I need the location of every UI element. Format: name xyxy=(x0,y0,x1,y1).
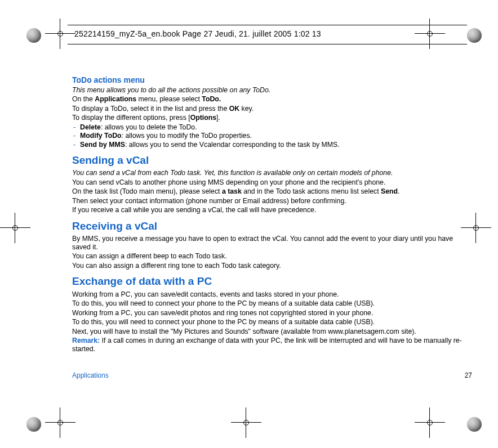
text: menu, please select xyxy=(136,95,202,103)
bullet-dash: - xyxy=(72,141,80,149)
body-text: You can assign a different beep to each … xyxy=(72,252,472,261)
divider xyxy=(68,25,467,25)
remark-text: Remark: If a call comes in during an exc… xyxy=(72,337,472,353)
body-text: You can send vCals to another phone usin… xyxy=(72,178,472,187)
heading-receiving-vcal: Receiving a vCal xyxy=(72,220,472,232)
remark-label: Remark: xyxy=(72,337,100,344)
body-text: Then select your contact information (ph… xyxy=(72,197,472,205)
text: On the task list (Todo main menu), pleas… xyxy=(72,187,222,195)
reg-mark-br xyxy=(463,413,486,436)
text: If a call comes in during an exchange of… xyxy=(72,337,462,353)
crop-mark-icon xyxy=(415,407,445,438)
text: and in the Todo task actions menu list s… xyxy=(242,187,381,195)
bullet-dash: - xyxy=(72,132,80,140)
bold-term: Options xyxy=(190,114,216,122)
body-text: Next, you will have to install the "My P… xyxy=(72,328,472,336)
footer-page-number: 27 xyxy=(465,371,472,379)
crop-mark-icon xyxy=(231,407,261,438)
list-item-text: Delete: allows you to delete the ToDo. xyxy=(80,123,472,132)
body-text: By MMS, you receive a message you have t… xyxy=(72,235,472,251)
list-item: - Modify ToDo: allows you to modify the … xyxy=(72,132,472,140)
body-text: You can also assign a different ring ton… xyxy=(72,262,472,270)
divider xyxy=(68,44,467,44)
text: : allows you to send the Vcalendar corre… xyxy=(125,141,340,149)
reg-mark-tr xyxy=(463,24,486,47)
footer-section: Applications xyxy=(72,371,109,379)
bold-term: a task xyxy=(222,187,242,195)
text: ]. xyxy=(216,114,220,122)
body-text: If you receive a call while you are send… xyxy=(72,206,472,214)
body-text: On the task list (Todo main menu), pleas… xyxy=(72,187,472,196)
page-footer: Applications 27 xyxy=(72,371,472,379)
text: To display the different options, press … xyxy=(72,114,190,122)
text: To display a ToDo, select it in the list… xyxy=(72,105,229,113)
todo-intro: This menu allows you to do all the actio… xyxy=(72,86,472,95)
heading-exchange-pc: Exchange of data with a PC xyxy=(72,275,472,288)
body-text: To do this, you will need to connect you… xyxy=(72,299,472,308)
body-text: To do this, you will need to connect you… xyxy=(72,318,472,326)
bold-term: Send xyxy=(381,187,398,195)
heading-sending-vcal: Sending a vCal xyxy=(72,154,472,167)
body-text: Working from a PC, you can save/edit con… xyxy=(72,290,472,299)
page-header-runner: 252214159_myZ-5a_en.book Page 27 Jeudi, … xyxy=(74,29,321,38)
bold-term: ToDo. xyxy=(202,95,221,103)
text: : allows you to delete the ToDo. xyxy=(101,123,197,131)
bold-term: Modify ToDo xyxy=(80,132,122,140)
body-text: To display the different options, press … xyxy=(72,114,472,122)
crop-mark-icon xyxy=(0,213,30,243)
crop-mark-icon xyxy=(45,407,75,438)
list-item-text: Send by MMS: allows you to send the Vcal… xyxy=(80,141,472,149)
list-item: - Delete: allows you to delete the ToDo. xyxy=(72,123,472,132)
bullet-dash: - xyxy=(72,123,80,132)
text: : allows you to modify the ToDo properti… xyxy=(122,132,252,140)
bold-term: OK xyxy=(229,105,239,113)
body-text: On the Applications menu, please select … xyxy=(72,95,472,104)
body-text: To display a ToDo, select it in the list… xyxy=(72,105,472,113)
heading-todo-actions: ToDo actions menu xyxy=(72,75,472,85)
reg-mark-tl xyxy=(23,24,45,47)
bold-term: Delete xyxy=(80,123,101,131)
send-intro: You can send a vCal from each Todo task.… xyxy=(72,169,472,177)
text: key. xyxy=(239,105,254,113)
text: . xyxy=(398,187,399,195)
body-text: Working from a PC, you can save/edit pho… xyxy=(72,309,472,317)
bold-term: Applications xyxy=(95,95,136,103)
reg-mark-bl xyxy=(23,413,45,436)
page-body: ToDo actions menu This menu allows you t… xyxy=(72,73,472,354)
list-item: - Send by MMS: allows you to send the Vc… xyxy=(72,141,472,149)
text: On the xyxy=(72,95,95,103)
list-item-text: Modify ToDo: allows you to modify the To… xyxy=(80,132,472,140)
bold-term: Send by MMS xyxy=(80,141,125,149)
